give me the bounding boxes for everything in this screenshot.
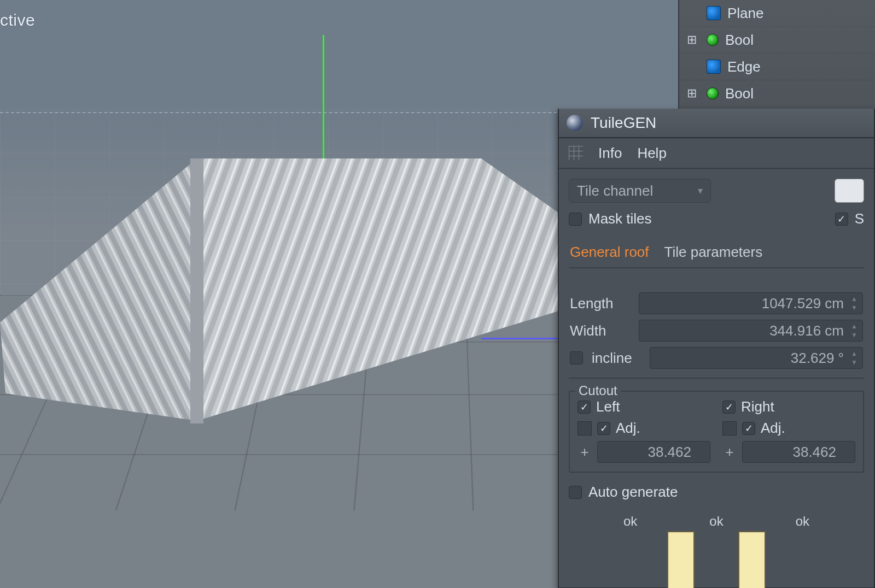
auto-generate-label: Auto generate (588, 484, 678, 501)
object-label: Bool (725, 85, 875, 102)
sphere-green-icon (707, 87, 719, 99)
axis-y-gizmo (323, 35, 324, 166)
cutout-left-value-field[interactable]: 38.462 (597, 441, 710, 463)
object-row[interactable]: ⊞ Bool (679, 27, 875, 54)
grid-icon[interactable] (569, 146, 583, 160)
width-value: 344.916 cm (769, 322, 844, 339)
object-row[interactable]: Plane (679, 0, 875, 27)
cutout-left-adj-checkbox[interactable] (597, 422, 610, 435)
app-ball-icon (567, 115, 583, 131)
tabs: General roof Tile parameters (569, 240, 864, 268)
panel-titlebar[interactable]: TuileGEN (559, 109, 874, 138)
tuilegen-panel[interactable]: TuileGEN Info Help Tile channel ▾ Mask t… (558, 109, 875, 588)
color-swatch-button[interactable] (835, 179, 864, 203)
diagram-left-col-icon (667, 531, 695, 588)
tab-tile-parameters[interactable]: Tile parameters (664, 244, 763, 267)
expander-icon[interactable]: ⊞ (684, 33, 700, 47)
cube-icon (707, 60, 721, 74)
cutout-left-square[interactable] (578, 421, 592, 436)
length-field[interactable]: 1047.529 cm ▲▼ (639, 292, 863, 314)
mask-tiles-checkbox[interactable] (569, 213, 582, 226)
cutout-left-box: Left Adj. + 38.462 (578, 398, 710, 463)
spinner-icon[interactable]: ▲▼ (848, 350, 860, 366)
chevron-down-icon: ▾ (698, 185, 703, 197)
cutout-diagram: ok ok ok ok ok (569, 514, 864, 588)
panel-body: Tile channel ▾ Mask tiles S (559, 169, 874, 588)
cutout-right-box: Right Adj. + 38.462 (722, 398, 855, 463)
plus-icon[interactable]: + (578, 444, 592, 461)
cutout-right-adj-checkbox[interactable] (742, 422, 755, 435)
cutout-left-value: 38.462 (648, 444, 691, 461)
side-checkbox-label: S (855, 210, 864, 227)
app-root: ctive (0, 0, 875, 588)
expander-icon[interactable]: ⊞ (684, 86, 700, 101)
dimensions-group: Length 1047.529 cm ▲▼ Width 344.916 cm ▲… (569, 280, 864, 379)
dropdown-label: Tile channel (577, 183, 653, 199)
object-manager[interactable]: Plane ⊞ Bool Edge ⊞ Bool Edge (678, 0, 875, 112)
object-label: Plane (727, 5, 875, 22)
object-label: Edge (727, 58, 875, 75)
cutout-left-label: Left (596, 398, 620, 415)
cutout-left-adj-label: Adj. (616, 420, 640, 437)
cutout-group: Cutout Left Adj. + 38.462 (569, 391, 864, 473)
tile-channel-dropdown[interactable]: Tile channel ▾ (569, 179, 711, 203)
length-label: Length (570, 295, 630, 312)
sphere-green-icon (707, 34, 719, 46)
plus-icon[interactable]: + (722, 444, 737, 461)
diagram-ok-tl: ok (623, 514, 637, 529)
panel-menubar: Info Help (559, 138, 874, 169)
diagram-ok-tr: ok (796, 514, 809, 529)
menu-info[interactable]: Info (598, 145, 622, 162)
incline-value: 32.629 ° (791, 350, 844, 367)
side-checkbox[interactable] (835, 213, 848, 226)
length-value: 1047.529 cm (762, 295, 844, 312)
object-label: Bool (725, 32, 875, 49)
tab-general-roof[interactable]: General roof (570, 244, 649, 267)
panel-title-text: TuileGEN (591, 114, 656, 132)
cutout-right-value: 38.462 (792, 444, 836, 461)
incline-label: incline (592, 350, 641, 367)
mask-tiles-label: Mask tiles (588, 210, 652, 227)
width-field[interactable]: 344.916 cm ▲▼ (639, 320, 863, 342)
object-row[interactable]: Edge (679, 54, 875, 80)
cutout-right-adj-label: Adj. (761, 420, 785, 437)
width-label: Width (570, 322, 630, 339)
menu-help[interactable]: Help (637, 145, 666, 162)
cutout-right-checkbox[interactable] (722, 401, 736, 414)
cutout-title: Cutout (575, 383, 621, 398)
cutout-right-label: Right (741, 398, 774, 415)
cutout-right-square[interactable] (722, 421, 737, 436)
viewport-label: ctive (0, 11, 35, 30)
auto-generate-checkbox[interactable] (569, 486, 582, 499)
incline-field[interactable]: 32.629 ° ▲▼ (650, 347, 863, 369)
cube-icon (707, 6, 721, 20)
object-row[interactable]: ⊞ Bool (679, 80, 875, 107)
cutout-right-value-field[interactable]: 38.462 (742, 441, 855, 463)
spinner-icon[interactable]: ▲▼ (848, 322, 860, 339)
diagram-ok-tc: ok (709, 514, 723, 529)
cutout-left-checkbox[interactable] (578, 401, 591, 414)
spinner-icon[interactable]: ▲▼ (848, 295, 860, 311)
incline-checkbox[interactable] (570, 351, 583, 364)
diagram-right-col-icon (738, 531, 766, 588)
